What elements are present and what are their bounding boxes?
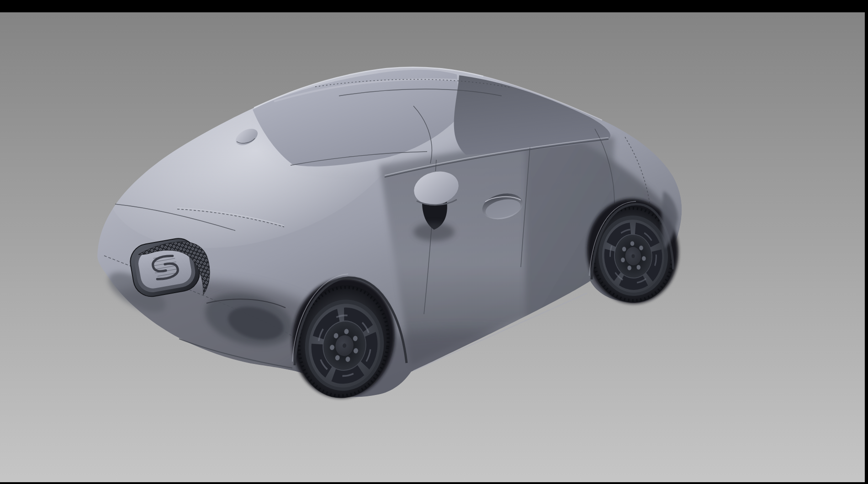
3d-viewport[interactable] (0, 0, 868, 484)
right-bar (865, 0, 868, 484)
bottom-bar (0, 482, 868, 484)
top-bar (0, 0, 868, 12)
application-window (0, 0, 868, 484)
mirror-shadow (413, 223, 455, 241)
